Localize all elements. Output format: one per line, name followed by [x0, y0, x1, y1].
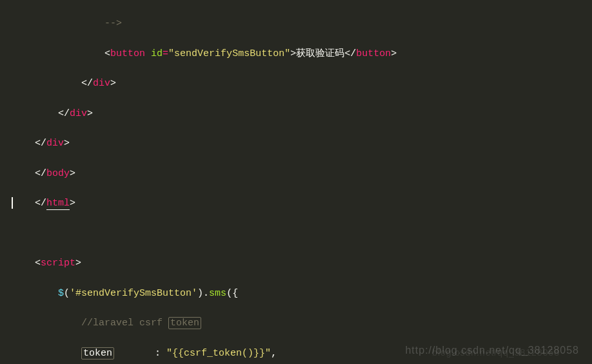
- cursor: [12, 197, 13, 209]
- code-line: </html>: [0, 196, 592, 211]
- code-line: $('#sendVerifySmsButton').sms({: [0, 286, 592, 301]
- code-line: <script>: [0, 256, 592, 271]
- code-line: </body>: [0, 166, 592, 181]
- code-line: <button id="sendVerifySmsButton">获取验证码</…: [0, 46, 592, 61]
- watermark: http://blog.csdn.net/qq_38128058: [405, 343, 579, 359]
- code-line: </div>: [0, 76, 592, 91]
- code-line: </div>: [0, 136, 592, 151]
- code-editor[interactable]: --> <button id="sendVerifySmsButton">获取验…: [0, 0, 592, 364]
- code-line: -->: [0, 16, 592, 31]
- code-line: </div>: [0, 106, 592, 121]
- code-line: //laravel csrf token: [0, 316, 592, 330]
- code-line: [0, 226, 592, 241]
